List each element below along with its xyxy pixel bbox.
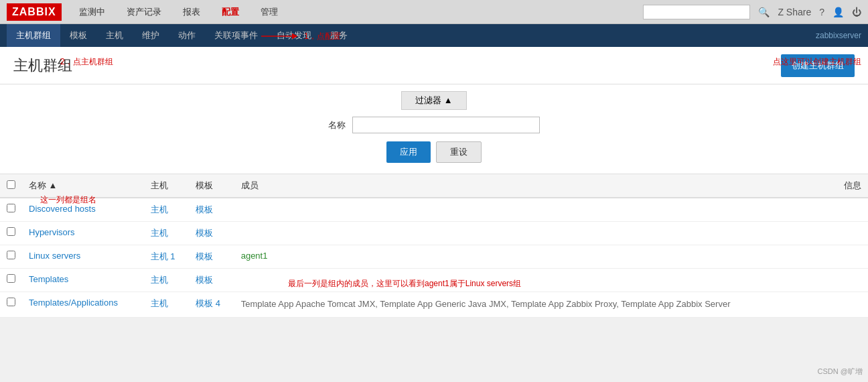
row3-member-agent1-link[interactable]: agent1 <box>241 251 268 261</box>
row4-templates-cell: 模板 <box>189 269 234 292</box>
sub-navigation: 主机群组 模板 主机 维护 动作 关联项事件 自动发现 服务 zabbixser… <box>0 24 868 47</box>
row4-name-link[interactable]: Templates <box>29 274 68 284</box>
hostgroups-table: 名称 ▲ 主机 模板 成员 信息 Discovered hosts 主机 模板 <box>0 174 868 318</box>
row4-checkbox-cell <box>0 269 22 292</box>
row5-templates-cell: 模板 4 <box>189 292 234 318</box>
user-icon[interactable]: 👤 <box>833 7 844 17</box>
row3-hosts-link[interactable]: 主机 1 <box>151 251 175 261</box>
th-members: 成员 <box>234 174 832 198</box>
filter-header: 过滤器 ▲ <box>0 91 868 117</box>
row3-name-link[interactable]: Linux servers <box>29 251 80 261</box>
top-nav-assets[interactable]: 资产记录 <box>123 3 165 21</box>
search-input[interactable] <box>643 5 750 19</box>
row2-checkbox-cell <box>0 222 22 245</box>
row3-checkbox-cell <box>0 245 22 269</box>
sub-nav-server-name: zabbixserver <box>816 31 868 40</box>
th-templates: 模板 <box>189 174 234 198</box>
table-row: Discovered hosts 主机 模板 <box>0 198 868 222</box>
row2-templates-cell: 模板 <box>189 222 234 245</box>
row2-templates-link[interactable]: 模板 <box>196 228 213 238</box>
th-checkbox <box>0 174 22 198</box>
row5-name-link[interactable]: Templates/Applications <box>29 298 118 308</box>
row3-templates-cell: 模板 <box>189 245 234 269</box>
row2-name-link[interactable]: Hypervisors <box>29 227 75 237</box>
row5-checkbox-cell <box>0 292 22 318</box>
row3-hosts-cell: 主机 1 <box>144 245 190 269</box>
table-row: Templates/Applications 主机 模板 4 Template … <box>0 292 868 318</box>
top-nav-reports[interactable]: 报表 <box>179 3 204 21</box>
table-area: 这一列都是组名 最后一列是组内的成员，这里可以看到agent1属于Linux s… <box>0 174 868 318</box>
sub-nav-hostgroups[interactable]: 主机群组 <box>7 24 60 47</box>
row1-checkbox[interactable] <box>7 204 15 212</box>
filter-name-label: 名称 <box>328 119 346 131</box>
top-nav-right: 🔍 Z Share ? 👤 ⏻ <box>643 5 861 19</box>
row2-info-cell <box>831 222 868 245</box>
top-nav-config[interactable]: 配置 <box>218 3 243 21</box>
sub-nav-services[interactable]: 服务 <box>321 24 357 47</box>
row2-hosts-link[interactable]: 主机 <box>151 228 168 238</box>
row5-info-cell <box>831 292 868 318</box>
row2-name-cell: Hypervisors <box>22 222 144 245</box>
help-icon[interactable]: ? <box>819 7 824 17</box>
row3-info-cell <box>831 245 868 269</box>
row3-name-cell: Linux servers <box>22 245 144 269</box>
filter-name-input[interactable] <box>352 117 540 133</box>
sub-nav-discovery[interactable]: 自动发现 <box>267 24 321 47</box>
row3-members-cell: agent1 <box>234 245 832 269</box>
th-hosts: 主机 <box>144 174 190 198</box>
row4-members-cell <box>234 269 832 292</box>
row1-checkbox-cell <box>0 198 22 222</box>
row5-checkbox[interactable] <box>7 298 15 306</box>
row5-hosts-link[interactable]: 主机 <box>151 298 168 308</box>
row4-templates-link[interactable]: 模板 <box>196 275 213 285</box>
filter-reset-button[interactable]: 重设 <box>436 141 482 163</box>
row1-members-cell <box>234 198 832 222</box>
top-nav-admin[interactable]: 管理 <box>257 3 282 21</box>
zabbix-logo: ZABBIX <box>7 3 62 21</box>
sub-nav-maintenance[interactable]: 维护 <box>133 24 169 47</box>
row3-templates-link[interactable]: 模板 <box>196 251 213 261</box>
th-info: 信息 <box>831 174 868 198</box>
row4-checkbox[interactable] <box>7 274 15 283</box>
table-row: Linux servers 主机 1 模板 agent1 <box>0 245 868 269</box>
table-header-row: 名称 ▲ 主机 模板 成员 信息 <box>0 174 868 198</box>
sub-nav-correlevents[interactable]: 关联项事件 <box>205 24 267 47</box>
row1-info-cell <box>831 198 868 222</box>
filter-toggle-button[interactable]: 过滤器 ▲ <box>401 91 466 110</box>
filter-content: 名称 应用 重设 <box>0 117 868 163</box>
row1-name-link[interactable]: Discovered hosts <box>29 204 96 214</box>
row2-hosts-cell: 主机 <box>144 222 190 245</box>
row1-hosts-cell: 主机 <box>144 198 190 222</box>
row4-info-cell <box>831 269 868 292</box>
row1-templates-cell: 模板 <box>189 198 234 222</box>
select-all-checkbox[interactable] <box>7 180 15 189</box>
sub-nav-hosts[interactable]: 主机 <box>96 24 133 47</box>
row4-hosts-cell: 主机 <box>144 269 190 292</box>
row3-checkbox[interactable] <box>7 251 15 259</box>
row1-hosts-link[interactable]: 主机 <box>151 204 168 214</box>
row1-templates-link[interactable]: 模板 <box>196 204 213 214</box>
filter-apply-button[interactable]: 应用 <box>386 141 431 163</box>
zshare-icon[interactable]: Z Share <box>778 7 811 17</box>
row5-templates-link[interactable]: 模板 4 <box>196 298 220 308</box>
filter-name-row: 名称 <box>328 117 540 133</box>
row5-name-cell: Templates/Applications <box>22 292 144 318</box>
table-row: Templates 主机 模板 <box>0 269 868 292</box>
create-hostgroup-button[interactable]: 创建主机群组 <box>781 54 855 77</box>
row2-members-cell <box>234 222 832 245</box>
th-name[interactable]: 名称 ▲ <box>22 174 144 198</box>
page-title: 主机群组 <box>13 56 72 76</box>
sub-nav-templates[interactable]: 模板 <box>60 24 96 47</box>
top-nav-monitor[interactable]: 监测中 <box>75 3 109 21</box>
top-navigation: ZABBIX 监测中 资产记录 报表 配置 管理 🔍 Z Share ? 👤 ⏻ <box>0 0 868 24</box>
row2-checkbox[interactable] <box>7 227 15 236</box>
row5-members-cell: Template App Apache Tomcat JMX, Template… <box>234 292 832 318</box>
row4-hosts-link[interactable]: 主机 <box>151 275 168 285</box>
filter-area: 过滤器 ▲ 名称 应用 重设 <box>0 84 868 174</box>
logout-icon[interactable]: ⏻ <box>852 7 861 17</box>
row4-name-cell: Templates <box>22 269 144 292</box>
sub-nav-actions[interactable]: 动作 <box>169 24 205 47</box>
filter-buttons: 应用 重设 <box>386 141 482 163</box>
search-icon[interactable]: 🔍 <box>758 7 770 17</box>
row5-hosts-cell: 主机 <box>144 292 190 318</box>
